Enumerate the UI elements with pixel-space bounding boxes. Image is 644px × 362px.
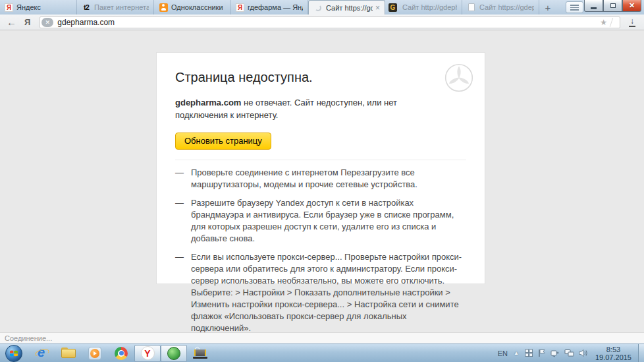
browser-menu-button[interactable] [566,1,583,13]
restore-icon [610,3,616,8]
taskbar-chrome[interactable] [108,345,134,362]
url-input[interactable]: ✕ gdepharma.com ★ [40,16,620,28]
reload-page-button[interactable]: Обновить страницу [175,133,271,150]
loading-spinner-icon [315,5,321,11]
dash-bullet: — [175,197,191,245]
hamburger-icon [570,5,579,11]
tab-title: Пакет интернета : Кр [94,3,149,11]
folder-icon [61,347,76,359]
tray-action-center[interactable] [538,349,546,357]
yandex-icon: Я [5,3,13,12]
back-button[interactable]: ← [7,16,16,28]
windows-flag-icon [9,349,18,358]
urlbar-divider [610,18,618,27]
tab-title: Сайт https://gdephar [326,4,373,12]
tab-strip: Я Яндекс t2 Пакет интернета : Кр Однокла… [0,0,644,15]
globe-icon [167,347,180,360]
bookmark-star-icon[interactable]: ★ [600,18,607,27]
tip-item: — Проверьте соединение с интернетом Пере… [175,167,466,191]
tab-gdepharma-active[interactable]: Сайт https://gdephar × [308,0,385,15]
tip-item: — Разрешите браузеру Yandex доступ к сет… [175,197,466,245]
odnoklassniki-icon [159,3,168,12]
yandex-browser-logo-icon [444,63,473,92]
blank-page-icon [468,3,475,11]
window-controls: ✕ [584,0,641,12]
address-toolbar: ← Я ✕ gdepharma.com ★ ↓ [0,15,644,30]
tab-odnoklassniki[interactable]: Одноклассники [154,0,231,15]
tab-gdepharma-http[interactable]: G Сайт http://gdepharn [385,0,462,15]
close-button[interactable]: ✕ [622,0,641,12]
yandex-icon: Я [236,3,244,12]
page-content: Страница недоступна. gdepharma.com не от… [0,31,644,332]
tab-internet-package[interactable]: t2 Пакет интернета : Кр [77,0,154,15]
taskbar-media-player[interactable] [82,345,108,362]
error-domain: gdepharma.com [175,98,241,107]
status-bar: Соединение... [0,332,644,344]
clock-date: 19.07.2015 [595,353,631,361]
new-tab-button[interactable]: + [539,0,556,15]
tab-title: гдефарма — Яндекс: [248,3,303,11]
internet-explorer-icon: e [35,346,49,361]
close-icon: ✕ [629,1,635,10]
tab-close-icon[interactable]: × [375,5,380,11]
dash-bullet: — [175,167,191,191]
taskbar-internet-explorer[interactable]: e [29,345,55,362]
network-icon [564,349,574,357]
tray-expand-icon[interactable]: ▲ [514,350,519,356]
tray-grid-app[interactable] [525,349,533,357]
system-tray: EN ▲ [498,344,644,362]
taskbar-yandex-browser-active[interactable]: Y [134,345,161,362]
yandex-browser-icon: Y [141,346,155,360]
tab-title: Одноклассники [171,3,226,11]
restore-button[interactable] [603,0,622,12]
taskbar: e Y EN ▲ [0,344,644,362]
start-button[interactable] [5,345,22,362]
dash-bullet: — [175,251,191,334]
tele2-icon: t2 [82,3,91,12]
stop-loading-icon[interactable]: ✕ [41,18,53,27]
flag-icon [538,349,546,357]
grid-icon [525,349,533,357]
clock-time: 8:53 [595,346,631,353]
language-indicator[interactable]: EN [498,349,508,357]
tray-volume[interactable] [579,349,588,357]
error-title: Страница недоступна. [175,70,466,85]
taskbar-modem-app[interactable] [187,345,213,362]
show-desktop-button[interactable] [638,344,644,362]
troubleshooting-tips: — Проверьте соединение с интернетом Пере… [175,167,466,334]
tab-gdepharma-https[interactable]: Сайт https://gdephar [462,0,539,15]
usb-device-icon [550,349,560,357]
tray-clock[interactable]: 8:53 19.07.2015 [595,346,631,361]
minimize-button[interactable] [584,0,603,12]
download-arrow-icon: ↓ [630,18,634,25]
yandex-home-button[interactable]: Я [24,17,30,27]
minimize-icon [591,7,597,9]
tab-title: Сайт https://gdephar [479,3,534,11]
tip-text: Разрешите браузеру Yandex доступ к сети … [191,197,466,245]
divider [175,160,466,160]
tab-title: Яндекс [16,3,72,11]
tab-title: Сайт http://gdepharn [402,3,457,11]
modem-icon [193,348,207,359]
tip-text: Если вы используете прокси-сервер... Про… [191,251,466,334]
taskbar-globe-app-active[interactable] [161,345,187,362]
tab-yandex-home[interactable]: Я Яндекс [0,0,77,15]
media-player-icon [88,347,101,360]
tab-gdefarma-search[interactable]: Я гдефарма — Яндекс: [231,0,308,15]
error-card: Страница недоступна. gdepharma.com не от… [156,52,485,284]
taskbar-file-explorer[interactable] [55,345,82,362]
speaker-icon [579,349,588,357]
g-site-icon: G [389,3,397,12]
tip-item: — Если вы используете прокси-сервер... П… [175,251,466,334]
chrome-icon [115,347,128,360]
tip-text: Проверьте соединение с интернетом Переза… [191,167,466,191]
tray-remove-hardware[interactable] [550,349,560,357]
url-text: gdepharma.com [57,18,115,27]
tab-list: Я Яндекс t2 Пакет интернета : Кр Однокла… [0,0,556,15]
error-message: gdepharma.com не отвечает. Сайт недоступ… [175,96,435,121]
tray-network[interactable] [564,349,574,357]
download-button[interactable]: ↓ [627,18,637,27]
